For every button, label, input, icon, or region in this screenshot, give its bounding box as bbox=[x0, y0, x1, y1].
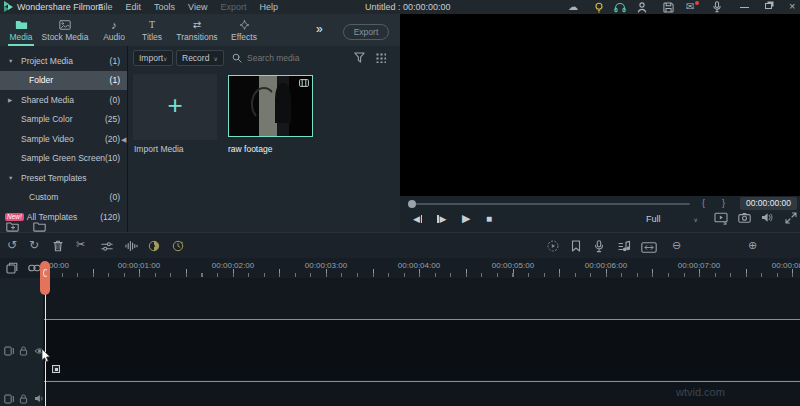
adjust-icon[interactable] bbox=[101, 242, 113, 251]
mark-in-bracket[interactable]: { bbox=[702, 198, 705, 208]
more-panels-chevrons[interactable]: » bbox=[316, 22, 323, 36]
collapse-sidebar-arrow[interactable]: ◀ bbox=[121, 136, 126, 144]
minimize-button[interactable] bbox=[740, 7, 749, 8]
menu-edit[interactable]: Edit bbox=[126, 2, 142, 12]
tab-media[interactable]: Media bbox=[2, 16, 40, 46]
account-icon[interactable] bbox=[637, 2, 647, 13]
save-icon[interactable] bbox=[663, 2, 674, 13]
sidebar-item-shared-media[interactable]: ▶ Shared Media (0) bbox=[0, 90, 127, 110]
watermark: wtvid.com bbox=[676, 386, 725, 398]
delete-icon[interactable] bbox=[53, 240, 63, 252]
split-scissors-icon[interactable]: ✂ bbox=[76, 238, 85, 251]
speed-icon[interactable] bbox=[172, 240, 184, 252]
zoom-in-icon[interactable]: ⊕ bbox=[748, 239, 757, 252]
mute-speaker-icon[interactable] bbox=[761, 212, 773, 223]
voiceover-icon[interactable] bbox=[712, 1, 722, 13]
menu-view[interactable]: View bbox=[188, 2, 207, 12]
sidebar-item-custom[interactable]: Custom (0) bbox=[0, 188, 127, 208]
previous-frame-button[interactable]: ◀ bbox=[413, 214, 422, 224]
manage-tracks-icon[interactable] bbox=[6, 262, 18, 274]
chevron-down-icon: ∨ bbox=[163, 55, 167, 62]
audio-waveform-icon[interactable] bbox=[125, 240, 138, 252]
seek-bar[interactable] bbox=[410, 203, 690, 205]
timeline-ruler[interactable]: 00:00 00:00:01:00 00:00:02:00 00:00:03:0… bbox=[0, 258, 800, 278]
play-button[interactable]: ▶ bbox=[462, 212, 470, 225]
media-panel: Import ∨ Record ∨ + Import Media raw foo… bbox=[128, 46, 400, 232]
next-frame-button[interactable]: ▶ bbox=[437, 214, 446, 224]
render-preview-icon[interactable] bbox=[547, 240, 559, 252]
tab-titles[interactable]: T Titles bbox=[134, 16, 170, 46]
menu-export[interactable]: Export bbox=[220, 2, 246, 12]
search-input[interactable] bbox=[247, 53, 358, 63]
video-track-icon bbox=[4, 346, 15, 356]
fit-timeline-icon[interactable] bbox=[641, 242, 657, 253]
audio-mixer-icon[interactable] bbox=[618, 240, 631, 252]
tab-effects[interactable]: Effects bbox=[224, 16, 264, 46]
seek-handle[interactable] bbox=[408, 200, 416, 208]
lock-track-icon[interactable] bbox=[19, 394, 28, 404]
tab-transitions[interactable]: ⇄ Transitions bbox=[172, 16, 222, 46]
expander-down-icon[interactable]: ▼ bbox=[8, 175, 13, 181]
folder-icon[interactable] bbox=[33, 222, 46, 232]
playhead-line[interactable] bbox=[45, 278, 46, 406]
stop-button[interactable]: ■ bbox=[486, 213, 492, 224]
lock-track-icon[interactable] bbox=[19, 346, 28, 356]
motion-tracking-icon[interactable] bbox=[148, 240, 160, 252]
timeline[interactable]: wtvid.com bbox=[0, 278, 800, 406]
search-box[interactable] bbox=[232, 50, 352, 66]
preview-controls: { } 00:00:00:00 ◀ ▶ ▶ ■ Full ∨ bbox=[400, 196, 800, 232]
play-on-tv-icon[interactable] bbox=[714, 212, 728, 225]
sidebar-item-preset-templates[interactable]: ▼ Preset Templates bbox=[0, 168, 127, 188]
lightbulb-icon[interactable] bbox=[594, 2, 604, 14]
media-library-sidebar: ▼ Project Media (1) Folder (1) ▶ Shared … bbox=[0, 46, 127, 232]
new-folder-icon[interactable] bbox=[6, 222, 19, 232]
track-header-column bbox=[0, 278, 43, 406]
media-clip-thumbnail[interactable] bbox=[228, 75, 313, 137]
preview-window[interactable] bbox=[400, 14, 800, 196]
thumbnail-figure bbox=[275, 83, 291, 123]
drag-clip-chip bbox=[52, 365, 60, 373]
marker-icon[interactable] bbox=[571, 240, 581, 252]
menu-tools[interactable]: Tools bbox=[154, 2, 175, 12]
playhead-handle[interactable] bbox=[40, 261, 50, 295]
track-mute-speaker-icon[interactable] bbox=[34, 394, 45, 403]
sidebar-item-all-templates[interactable]: New! All Templates (120) bbox=[0, 207, 127, 227]
import-media-card[interactable]: + bbox=[133, 74, 217, 140]
mouse-cursor bbox=[41, 348, 53, 364]
menu-help[interactable]: Help bbox=[259, 2, 278, 12]
undo-icon[interactable]: ↺ bbox=[7, 238, 17, 252]
tab-stock-media[interactable]: Stock Media bbox=[40, 16, 90, 46]
plus-icon: + bbox=[167, 90, 182, 121]
redo-icon[interactable]: ↻ bbox=[29, 238, 39, 252]
headset-icon[interactable] bbox=[614, 2, 626, 13]
sidebar-item-folder[interactable]: Folder (1) bbox=[0, 71, 127, 91]
zoom-out-icon[interactable]: ⊖ bbox=[672, 239, 681, 252]
fullscreen-icon[interactable] bbox=[785, 212, 797, 224]
expander-down-icon[interactable]: ▼ bbox=[8, 58, 13, 64]
export-button[interactable]: Export bbox=[343, 24, 389, 40]
cloud-icon[interactable]: ☁ bbox=[568, 1, 578, 12]
restore-button[interactable] bbox=[765, 3, 772, 9]
record-voiceover-icon[interactable] bbox=[594, 240, 604, 253]
close-button[interactable]: × bbox=[789, 0, 795, 12]
mark-out-bracket[interactable]: } bbox=[722, 198, 725, 208]
menu-file[interactable]: File bbox=[98, 2, 113, 12]
zoom-level-select[interactable]: Full ∨ bbox=[646, 212, 698, 226]
record-dropdown[interactable]: Record ∨ bbox=[176, 50, 224, 66]
messages-icon[interactable]: ✉ bbox=[686, 1, 694, 12]
sidebar-item-sample-color[interactable]: Sample Color (25) bbox=[0, 110, 127, 130]
filter-icon[interactable] bbox=[354, 52, 365, 63]
tab-audio[interactable]: ♪ Audio bbox=[96, 16, 132, 46]
thumbnail-detail bbox=[251, 87, 277, 121]
new-badge: New! bbox=[5, 213, 24, 221]
sidebar-item-project-media[interactable]: ▼ Project Media (1) bbox=[0, 51, 127, 71]
sidebar-item-sample-green-screen[interactable]: Sample Green Screen (10) bbox=[0, 149, 127, 169]
grid-view-icon[interactable] bbox=[375, 52, 386, 63]
snapshot-camera-icon[interactable] bbox=[738, 213, 751, 223]
video-track[interactable] bbox=[44, 320, 800, 380]
sidebar-item-sample-video[interactable]: Sample Video (20) bbox=[0, 129, 127, 149]
expander-right-icon[interactable]: ▶ bbox=[8, 97, 12, 103]
preview-timecode: 00:00:00:00 bbox=[740, 197, 797, 210]
import-dropdown[interactable]: Import ∨ bbox=[133, 50, 173, 66]
notification-badge bbox=[695, 1, 699, 5]
